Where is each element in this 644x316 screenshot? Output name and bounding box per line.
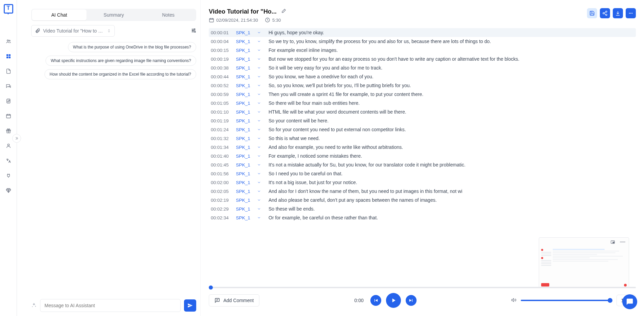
expand-sidebar-button[interactable] — [12, 134, 21, 143]
document-icon[interactable] — [5, 68, 12, 75]
minimize-icon[interactable]: — — [620, 240, 625, 245]
transcript-line[interactable]: 00:02:34SPK_1Or for example, be careful … — [209, 213, 636, 222]
speaker-label[interactable]: SPK_1 — [236, 127, 252, 132]
speaker-label[interactable]: SPK_1 — [236, 198, 252, 203]
chevron-down-icon[interactable] — [256, 189, 262, 193]
video-thumbnail[interactable]: — — [539, 237, 629, 288]
add-comment-button[interactable]: Add Comment — [209, 294, 259, 307]
transcript-line[interactable]: 00:01:05SPK_1So there will be four main … — [209, 99, 636, 107]
chevron-down-icon[interactable] — [256, 31, 262, 35]
speaker-label[interactable]: SPK_1 — [236, 136, 252, 141]
speaker-label[interactable]: SPK_1 — [236, 48, 252, 53]
speaker-label[interactable]: SPK_1 — [236, 65, 252, 71]
chevron-down-icon[interactable] — [256, 207, 262, 211]
speaker-label[interactable]: SPK_1 — [236, 180, 252, 185]
chevron-down-icon[interactable] — [256, 92, 262, 96]
chevron-down-icon[interactable] — [256, 83, 262, 87]
gift-icon[interactable] — [5, 127, 12, 134]
chevron-down-icon[interactable] — [256, 110, 262, 114]
suggestion-item[interactable]: What specific instructions are given reg… — [45, 56, 196, 66]
chat-icon[interactable] — [5, 83, 12, 90]
chevron-down-icon[interactable] — [256, 66, 262, 70]
chevron-down-icon[interactable] — [256, 119, 262, 123]
transcript-line[interactable]: 00:00:01SPK_1Hi guys, hope you're okay. — [209, 28, 636, 37]
volume-handle[interactable] — [608, 298, 612, 303]
speaker-label[interactable]: SPK_1 — [236, 162, 252, 167]
transcript-line[interactable]: 00:01:56SPK_1So I need you to be careful… — [209, 169, 636, 178]
transcript-line[interactable]: 00:01:34SPK_1And also for example, you n… — [209, 143, 636, 152]
chevron-down-icon[interactable] — [256, 48, 262, 52]
pip-icon[interactable] — [610, 240, 615, 245]
chevron-down-icon[interactable] — [256, 57, 262, 61]
chevron-down-icon[interactable] — [256, 163, 262, 167]
chevron-down-icon[interactable] — [256, 127, 262, 132]
progress-bar[interactable] — [209, 287, 636, 288]
next-button[interactable] — [406, 295, 417, 306]
speaker-label[interactable]: SPK_1 — [236, 206, 252, 212]
speaker-label[interactable]: SPK_1 — [236, 118, 252, 123]
notebook-icon[interactable] — [5, 98, 12, 104]
speaker-label[interactable]: SPK_1 — [236, 30, 252, 35]
speaker-label[interactable]: SPK_1 — [236, 39, 252, 44]
calendar-icon[interactable] — [5, 113, 12, 119]
chevron-down-icon[interactable] — [256, 75, 262, 79]
chevron-down-icon[interactable] — [256, 198, 262, 202]
chat-input[interactable] — [40, 299, 181, 312]
transcript-line[interactable]: 00:01:10SPK_1HTML file will be what your… — [209, 107, 636, 116]
chevron-down-icon[interactable] — [256, 39, 262, 43]
diamond-icon[interactable] — [5, 187, 12, 194]
plug-icon[interactable] — [5, 172, 12, 179]
transcript-line[interactable]: 00:01:45SPK_1It's not a mistake actually… — [209, 160, 636, 169]
dashboard-icon[interactable] — [5, 53, 12, 60]
transcript-line[interactable]: 00:00:19SPK_1But now we stopped for you … — [209, 55, 636, 63]
speaker-label[interactable]: SPK_1 — [236, 171, 252, 176]
transcript-line[interactable]: 00:02:00SPK_1It's not a big issue, but j… — [209, 178, 636, 187]
chevron-down-icon[interactable] — [256, 216, 262, 220]
chevron-down-icon[interactable] — [256, 145, 262, 149]
transcript-line[interactable]: 00:01:24SPK_1So for your content you nee… — [209, 125, 636, 134]
suggestion-item[interactable]: What is the purpose of using OneDrive in… — [68, 42, 196, 52]
transcript-line[interactable]: 00:01:40SPK_1For example, I noticed some… — [209, 152, 636, 160]
chevron-down-icon[interactable] — [256, 172, 262, 176]
speaker-label[interactable]: SPK_1 — [236, 92, 252, 97]
speaker-label[interactable]: SPK_1 — [236, 74, 252, 79]
speaker-label[interactable]: SPK_1 — [236, 154, 252, 159]
tab-ai-chat[interactable]: AI Chat — [32, 9, 87, 20]
more-button[interactable] — [626, 8, 636, 18]
transcript-line[interactable]: 00:00:38SPK_1So it will be very easy for… — [209, 63, 636, 72]
transcript-line[interactable]: 00:01:19SPK_1So your content will be her… — [209, 116, 636, 125]
volume-icon[interactable] — [511, 297, 517, 304]
volume-slider[interactable] — [521, 300, 612, 301]
transcript-line[interactable]: 00:02:19SPK_1And also please be careful,… — [209, 196, 636, 204]
speaker-label[interactable]: SPK_1 — [236, 189, 252, 194]
user-icon[interactable] — [5, 142, 12, 149]
suggestion-item[interactable]: How should the content be organized in t… — [44, 69, 196, 79]
filter-settings-icon[interactable] — [191, 28, 196, 34]
translate-icon[interactable] — [5, 157, 12, 164]
help-fab[interactable] — [622, 294, 637, 309]
download-button[interactable] — [613, 8, 623, 18]
prev-button[interactable] — [370, 295, 381, 306]
save-button[interactable] — [587, 8, 597, 18]
speaker-label[interactable]: SPK_1 — [236, 215, 252, 220]
progress-handle[interactable] — [209, 285, 213, 290]
transcript-line[interactable]: 00:00:52SPK_1So, so you know, we'll put … — [209, 81, 636, 90]
tab-summary[interactable]: Summary — [87, 9, 141, 20]
transcript-line[interactable]: 00:00:04SPK_1So we try to, you know, sim… — [209, 37, 636, 46]
speaker-label[interactable]: SPK_1 — [236, 101, 252, 106]
transcript-line[interactable]: 00:01:32SPK_1So this is what we need. — [209, 134, 636, 143]
chevron-down-icon[interactable] — [256, 101, 262, 105]
edit-title-icon[interactable] — [281, 8, 286, 15]
people-icon[interactable] — [5, 38, 12, 45]
file-selector[interactable]: Video Tutorial for "How to Us... — [31, 25, 115, 37]
sparkle-icon[interactable] — [31, 302, 37, 309]
chevron-down-icon[interactable] — [256, 136, 262, 140]
speaker-label[interactable]: SPK_1 — [236, 145, 252, 150]
chevron-down-icon[interactable] — [256, 154, 262, 158]
transcript-line[interactable]: 00:02:05SPK_1And also for I don't know t… — [209, 187, 636, 196]
speaker-label[interactable]: SPK_1 — [236, 83, 252, 88]
speaker-label[interactable]: SPK_1 — [236, 57, 252, 62]
transcript-line[interactable]: 00:00:44SPK_1So you know, we have a oned… — [209, 72, 636, 81]
tab-notes[interactable]: Notes — [141, 9, 196, 20]
send-button[interactable] — [184, 299, 196, 312]
